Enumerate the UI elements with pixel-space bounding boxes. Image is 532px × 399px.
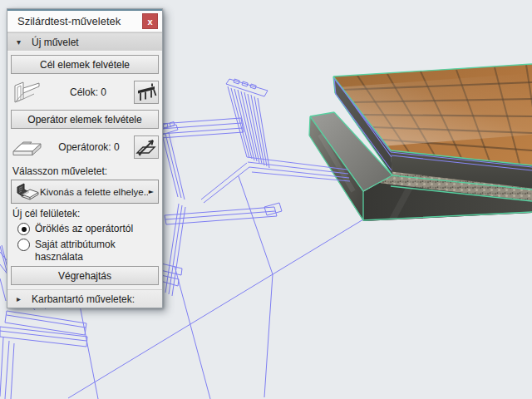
close-icon: x [147, 17, 152, 27]
operator-slab-icon [11, 135, 44, 159]
chevron-down-icon: ▾ [17, 37, 24, 47]
radio-option-own-attributes[interactable]: Saját attribútumok használata [17, 239, 157, 263]
dropdown-arrow-icon: ► [148, 188, 155, 195]
section-header-maintenance[interactable]: ▸ Karbantartó műveletek: [7, 289, 162, 308]
new-target-surfaces-label: Új cél felületek: [12, 208, 157, 219]
section-label: Karbantartó műveletek: [32, 293, 135, 305]
radio-selected-icon[interactable] [17, 223, 30, 235]
palette-title: Szilárdtest-műveletek [17, 15, 142, 27]
section-header-new-operation[interactable]: ▾ Új művelet [7, 32, 162, 52]
pick-operators-button[interactable] [134, 135, 159, 159]
radio-option-inherit[interactable]: Öröklés az operátortól [17, 223, 157, 235]
targets-count-label: Célok: [70, 86, 98, 98]
targets-row: Célok: 0 [7, 77, 162, 106]
pick-targets-button[interactable] [134, 81, 159, 104]
choose-operation-label: Válasszon műveletet: [12, 165, 157, 177]
execute-button[interactable]: Végrehajtás [11, 266, 159, 285]
application-window: Szilárdtest-műveletek x ▾ Új művelet Cél… [0, 0, 532, 399]
targets-count-value: 0 [101, 86, 106, 98]
operation-dropdown-value: Kivonás a felette elhelye... [40, 187, 148, 197]
operators-row: Operátorok: 0 [7, 132, 162, 161]
operation-dropdown[interactable]: Kivonás a felette elhelye... ► [11, 180, 159, 204]
subtract-operation-icon [13, 180, 40, 203]
palette-titlebar[interactable]: Szilárdtest-műveletek x [7, 9, 162, 32]
operators-count-value: 0 [114, 141, 120, 153]
radio-label: Saját attribútumok használata [35, 239, 136, 263]
target-solid-icon [11, 79, 42, 106]
add-targets-button[interactable]: Cél elemek felvétele [11, 55, 159, 74]
arrow-plane-icon [135, 137, 157, 157]
radio-unselected-icon[interactable] [17, 239, 30, 251]
close-button[interactable]: x [142, 13, 158, 29]
chevron-right-icon: ▸ [17, 294, 24, 303]
add-operators-button[interactable]: Operátor elemek felvétele [11, 110, 159, 129]
operators-count-label: Operátorok: [58, 141, 111, 153]
solid-operations-palette: Szilárdtest-műveletek x ▾ Új művelet Cél… [7, 8, 163, 308]
table-icon [135, 82, 157, 102]
section-label: Új művelet [32, 37, 79, 48]
radio-label: Öröklés az operátortól [35, 223, 136, 235]
